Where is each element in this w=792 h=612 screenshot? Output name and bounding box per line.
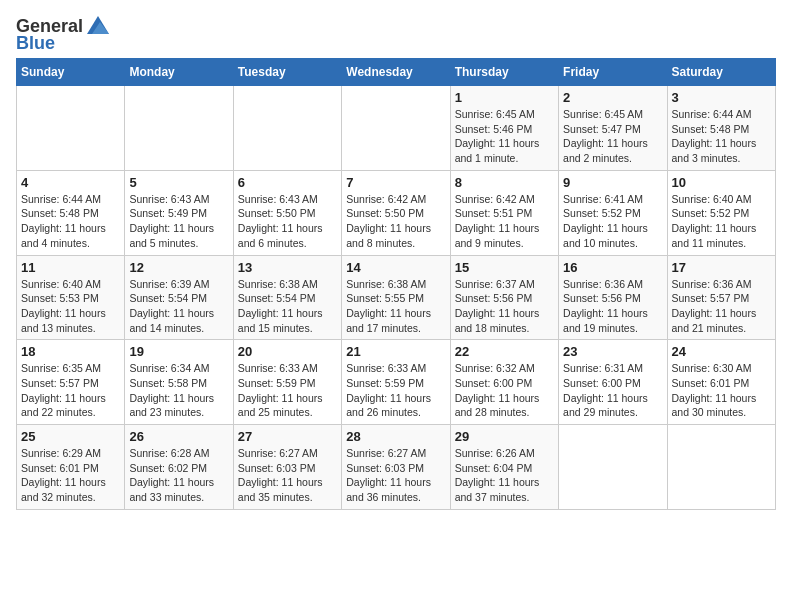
calendar-cell: 14Sunrise: 6:38 AM Sunset: 5:55 PM Dayli… xyxy=(342,255,450,340)
day-number: 20 xyxy=(238,344,337,359)
day-number: 7 xyxy=(346,175,445,190)
logo-icon xyxy=(87,16,109,34)
calendar-cell xyxy=(342,86,450,171)
day-number: 26 xyxy=(129,429,228,444)
day-detail: Sunrise: 6:26 AM Sunset: 6:04 PM Dayligh… xyxy=(455,446,554,505)
calendar-cell: 17Sunrise: 6:36 AM Sunset: 5:57 PM Dayli… xyxy=(667,255,775,340)
day-detail: Sunrise: 6:40 AM Sunset: 5:53 PM Dayligh… xyxy=(21,277,120,336)
day-detail: Sunrise: 6:28 AM Sunset: 6:02 PM Dayligh… xyxy=(129,446,228,505)
calendar-cell: 5Sunrise: 6:43 AM Sunset: 5:49 PM Daylig… xyxy=(125,170,233,255)
calendar-body: 1Sunrise: 6:45 AM Sunset: 5:46 PM Daylig… xyxy=(17,86,776,510)
day-number: 11 xyxy=(21,260,120,275)
calendar-cell: 7Sunrise: 6:42 AM Sunset: 5:50 PM Daylig… xyxy=(342,170,450,255)
calendar-cell: 23Sunrise: 6:31 AM Sunset: 6:00 PM Dayli… xyxy=(559,340,667,425)
day-number: 18 xyxy=(21,344,120,359)
calendar-header-friday: Friday xyxy=(559,59,667,86)
calendar-cell: 21Sunrise: 6:33 AM Sunset: 5:59 PM Dayli… xyxy=(342,340,450,425)
day-detail: Sunrise: 6:32 AM Sunset: 6:00 PM Dayligh… xyxy=(455,361,554,420)
day-detail: Sunrise: 6:29 AM Sunset: 6:01 PM Dayligh… xyxy=(21,446,120,505)
calendar-header-wednesday: Wednesday xyxy=(342,59,450,86)
day-detail: Sunrise: 6:31 AM Sunset: 6:00 PM Dayligh… xyxy=(563,361,662,420)
day-number: 10 xyxy=(672,175,771,190)
day-detail: Sunrise: 6:42 AM Sunset: 5:50 PM Dayligh… xyxy=(346,192,445,251)
calendar-header-monday: Monday xyxy=(125,59,233,86)
calendar-cell xyxy=(125,86,233,171)
calendar-header-sunday: Sunday xyxy=(17,59,125,86)
day-number: 24 xyxy=(672,344,771,359)
day-number: 15 xyxy=(455,260,554,275)
calendar-header-row: SundayMondayTuesdayWednesdayThursdayFrid… xyxy=(17,59,776,86)
day-detail: Sunrise: 6:42 AM Sunset: 5:51 PM Dayligh… xyxy=(455,192,554,251)
calendar-cell: 12Sunrise: 6:39 AM Sunset: 5:54 PM Dayli… xyxy=(125,255,233,340)
day-detail: Sunrise: 6:36 AM Sunset: 5:57 PM Dayligh… xyxy=(672,277,771,336)
calendar-week-4: 18Sunrise: 6:35 AM Sunset: 5:57 PM Dayli… xyxy=(17,340,776,425)
day-number: 25 xyxy=(21,429,120,444)
day-detail: Sunrise: 6:44 AM Sunset: 5:48 PM Dayligh… xyxy=(672,107,771,166)
day-number: 6 xyxy=(238,175,337,190)
header: General Blue xyxy=(16,16,776,54)
day-number: 16 xyxy=(563,260,662,275)
day-detail: Sunrise: 6:38 AM Sunset: 5:55 PM Dayligh… xyxy=(346,277,445,336)
day-detail: Sunrise: 6:34 AM Sunset: 5:58 PM Dayligh… xyxy=(129,361,228,420)
day-number: 4 xyxy=(21,175,120,190)
calendar-cell: 25Sunrise: 6:29 AM Sunset: 6:01 PM Dayli… xyxy=(17,425,125,510)
calendar-cell: 8Sunrise: 6:42 AM Sunset: 5:51 PM Daylig… xyxy=(450,170,558,255)
calendar-cell: 10Sunrise: 6:40 AM Sunset: 5:52 PM Dayli… xyxy=(667,170,775,255)
calendar-week-5: 25Sunrise: 6:29 AM Sunset: 6:01 PM Dayli… xyxy=(17,425,776,510)
calendar-cell: 19Sunrise: 6:34 AM Sunset: 5:58 PM Dayli… xyxy=(125,340,233,425)
calendar-cell: 1Sunrise: 6:45 AM Sunset: 5:46 PM Daylig… xyxy=(450,86,558,171)
calendar-cell: 2Sunrise: 6:45 AM Sunset: 5:47 PM Daylig… xyxy=(559,86,667,171)
calendar-header-saturday: Saturday xyxy=(667,59,775,86)
day-detail: Sunrise: 6:45 AM Sunset: 5:47 PM Dayligh… xyxy=(563,107,662,166)
calendar-cell xyxy=(233,86,341,171)
calendar-header-tuesday: Tuesday xyxy=(233,59,341,86)
day-number: 1 xyxy=(455,90,554,105)
calendar-cell: 29Sunrise: 6:26 AM Sunset: 6:04 PM Dayli… xyxy=(450,425,558,510)
day-number: 13 xyxy=(238,260,337,275)
day-detail: Sunrise: 6:44 AM Sunset: 5:48 PM Dayligh… xyxy=(21,192,120,251)
day-detail: Sunrise: 6:45 AM Sunset: 5:46 PM Dayligh… xyxy=(455,107,554,166)
calendar-cell: 11Sunrise: 6:40 AM Sunset: 5:53 PM Dayli… xyxy=(17,255,125,340)
day-detail: Sunrise: 6:36 AM Sunset: 5:56 PM Dayligh… xyxy=(563,277,662,336)
calendar-cell: 18Sunrise: 6:35 AM Sunset: 5:57 PM Dayli… xyxy=(17,340,125,425)
logo: General Blue xyxy=(16,16,109,54)
day-number: 22 xyxy=(455,344,554,359)
calendar-cell: 3Sunrise: 6:44 AM Sunset: 5:48 PM Daylig… xyxy=(667,86,775,171)
day-detail: Sunrise: 6:30 AM Sunset: 6:01 PM Dayligh… xyxy=(672,361,771,420)
day-number: 9 xyxy=(563,175,662,190)
calendar-week-1: 1Sunrise: 6:45 AM Sunset: 5:46 PM Daylig… xyxy=(17,86,776,171)
day-number: 23 xyxy=(563,344,662,359)
day-detail: Sunrise: 6:27 AM Sunset: 6:03 PM Dayligh… xyxy=(346,446,445,505)
day-number: 27 xyxy=(238,429,337,444)
calendar-cell xyxy=(667,425,775,510)
day-detail: Sunrise: 6:38 AM Sunset: 5:54 PM Dayligh… xyxy=(238,277,337,336)
calendar-table: SundayMondayTuesdayWednesdayThursdayFrid… xyxy=(16,58,776,510)
day-detail: Sunrise: 6:37 AM Sunset: 5:56 PM Dayligh… xyxy=(455,277,554,336)
day-detail: Sunrise: 6:33 AM Sunset: 5:59 PM Dayligh… xyxy=(346,361,445,420)
calendar-cell: 22Sunrise: 6:32 AM Sunset: 6:00 PM Dayli… xyxy=(450,340,558,425)
day-detail: Sunrise: 6:43 AM Sunset: 5:49 PM Dayligh… xyxy=(129,192,228,251)
day-number: 21 xyxy=(346,344,445,359)
day-number: 8 xyxy=(455,175,554,190)
day-detail: Sunrise: 6:40 AM Sunset: 5:52 PM Dayligh… xyxy=(672,192,771,251)
day-detail: Sunrise: 6:35 AM Sunset: 5:57 PM Dayligh… xyxy=(21,361,120,420)
calendar-cell: 24Sunrise: 6:30 AM Sunset: 6:01 PM Dayli… xyxy=(667,340,775,425)
day-number: 5 xyxy=(129,175,228,190)
calendar-cell: 20Sunrise: 6:33 AM Sunset: 5:59 PM Dayli… xyxy=(233,340,341,425)
day-number: 2 xyxy=(563,90,662,105)
calendar-week-2: 4Sunrise: 6:44 AM Sunset: 5:48 PM Daylig… xyxy=(17,170,776,255)
logo-blue: Blue xyxy=(16,33,55,54)
day-number: 14 xyxy=(346,260,445,275)
calendar-cell: 9Sunrise: 6:41 AM Sunset: 5:52 PM Daylig… xyxy=(559,170,667,255)
calendar-cell: 28Sunrise: 6:27 AM Sunset: 6:03 PM Dayli… xyxy=(342,425,450,510)
calendar-week-3: 11Sunrise: 6:40 AM Sunset: 5:53 PM Dayli… xyxy=(17,255,776,340)
day-detail: Sunrise: 6:27 AM Sunset: 6:03 PM Dayligh… xyxy=(238,446,337,505)
day-number: 19 xyxy=(129,344,228,359)
day-number: 12 xyxy=(129,260,228,275)
calendar-cell: 26Sunrise: 6:28 AM Sunset: 6:02 PM Dayli… xyxy=(125,425,233,510)
calendar-cell: 13Sunrise: 6:38 AM Sunset: 5:54 PM Dayli… xyxy=(233,255,341,340)
calendar-cell: 27Sunrise: 6:27 AM Sunset: 6:03 PM Dayli… xyxy=(233,425,341,510)
day-number: 29 xyxy=(455,429,554,444)
day-detail: Sunrise: 6:33 AM Sunset: 5:59 PM Dayligh… xyxy=(238,361,337,420)
calendar-cell: 16Sunrise: 6:36 AM Sunset: 5:56 PM Dayli… xyxy=(559,255,667,340)
